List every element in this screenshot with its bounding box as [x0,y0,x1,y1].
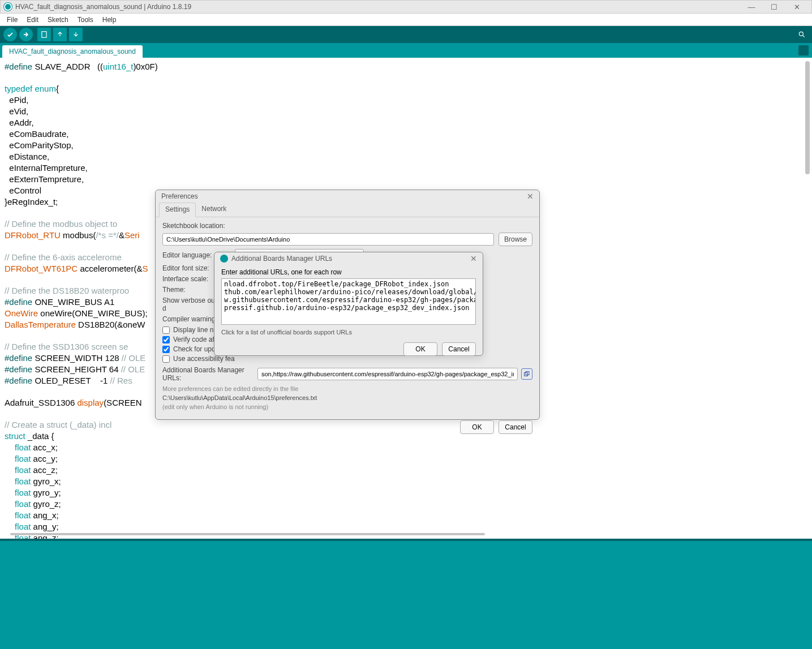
url-cancel-button[interactable]: Cancel [442,342,476,356]
svg-rect-0 [42,32,46,38]
minimize-button[interactable]: — [740,3,763,11]
boards-url-label: Additional Boards Manager URLs: [162,366,254,382]
url-dialog-close-icon[interactable]: ✕ [470,254,477,263]
tab-menu-button[interactable] [798,45,809,55]
sketchbook-input[interactable] [162,233,494,246]
verify-button[interactable] [3,28,17,41]
linenum-checkbox[interactable] [162,326,170,334]
menu-help[interactable]: Help [98,16,121,24]
menu-sketch[interactable]: Sketch [43,16,73,24]
browse-button[interactable]: Browse [499,233,532,246]
window-title: HVAC_fault_diagnosis_anomalous_sound | A… [15,3,191,11]
horizontal-scrollbar[interactable] [10,531,802,537]
verify-checkbox[interactable] [162,336,170,343]
menu-file[interactable]: File [2,16,22,24]
serial-monitor-button[interactable] [795,28,809,41]
close-button[interactable]: ✕ [785,3,808,11]
sketchbook-label: Sketchbook location: [162,222,532,230]
save-sketch-button[interactable] [69,28,83,41]
accessibility-checkbox[interactable] [162,355,170,363]
boards-url-edit-button[interactable] [521,368,532,380]
vertical-scrollbar[interactable] [805,61,810,174]
menu-bar: File Edit Sketch Tools Help [0,14,812,26]
new-sketch-button[interactable] [37,28,51,41]
updates-checkbox[interactable] [162,346,170,353]
toolbar [0,26,812,43]
url-dialog-title: Additional Boards Manager URLs [231,255,332,263]
sketch-tab[interactable]: HVAC_fault_diagnosis_anomalous_sound [2,45,143,58]
upload-button[interactable] [19,28,33,41]
tab-bar: HVAC_fault_diagnosis_anomalous_sound [0,43,812,58]
menu-tools[interactable]: Tools [73,16,98,24]
window-titlebar: HVAC_fault_diagnosis_anomalous_sound | A… [0,0,812,14]
pref-close-icon[interactable]: ✕ [527,192,534,201]
url-ok-button[interactable]: OK [403,342,437,356]
tab-settings[interactable]: Settings [159,203,196,217]
open-sketch-button[interactable] [53,28,67,41]
arduino-logo-icon [220,255,228,263]
url-instruction: Enter additional URLs, one for each row [221,268,476,276]
maximize-button[interactable]: ☐ [763,3,785,11]
boards-url-input[interactable] [257,368,518,380]
pref-path: C:\Users\kutlu\AppData\Local\Arduino15\p… [162,394,532,401]
pref-hint1: More preferences can be edited directly … [162,385,532,392]
menu-edit[interactable]: Edit [22,16,43,24]
pref-cancel-button[interactable]: Cancel [499,420,532,434]
tab-network[interactable]: Network [196,203,232,217]
arduino-logo-icon [4,3,12,11]
svg-point-1 [799,32,803,36]
url-support-link[interactable]: Click for a list of unofficial boards su… [221,329,476,336]
console-area [0,539,812,649]
boards-url-dialog: Additional Boards Manager URLs ✕ Enter a… [214,252,483,356]
pref-ok-button[interactable]: OK [460,420,494,434]
pref-title: Preferences [161,192,198,200]
url-textarea[interactable]: nload.dfrobot.top/FireBeetle/package_DFR… [221,278,476,325]
pref-hint3: (edit only when Arduino is not running) [162,403,532,410]
